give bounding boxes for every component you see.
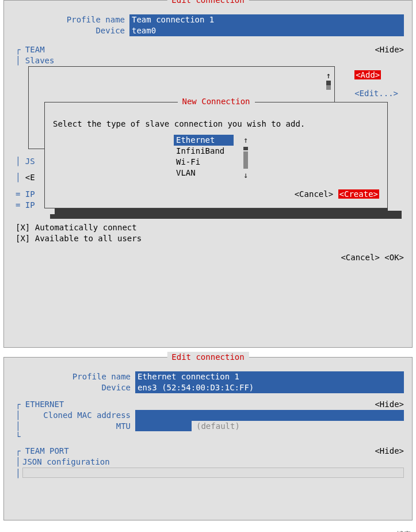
team-port-section-label: TEAM PORT: [25, 446, 69, 455]
window-title: Edit connection: [167, 0, 249, 6]
mtu-label: MTU: [22, 421, 135, 432]
profile-name-label: Profile name: [16, 371, 135, 382]
connection-type-list[interactable]: Ethernet InfiniBand Wi-Fi VLAN: [174, 135, 243, 181]
json-config-input[interactable]: [22, 468, 404, 478]
edit-truncated-label: <E: [25, 173, 35, 182]
device-input[interactable]: team0: [129, 25, 404, 36]
edit-button[interactable]: <Edit...>: [354, 89, 398, 98]
scroll-down-icon[interactable]: ↓: [243, 170, 248, 181]
cloned-mac-input[interactable]: [135, 410, 404, 421]
section-bracket-icon: ┌: [16, 45, 25, 54]
add-button[interactable]: <Add>: [354, 70, 381, 79]
scroll-thumb-icon[interactable]: [326, 81, 331, 85]
dialog-create-button[interactable]: <Create>: [338, 189, 379, 199]
scroll-thumb-icon[interactable]: [243, 147, 248, 150]
dialog-cancel-button[interactable]: <Cancel>: [295, 189, 333, 199]
scroll-up-icon[interactable]: ↑: [243, 135, 248, 146]
scroll-track-icon: [326, 85, 331, 90]
watermark: @51CTO博客: [0, 530, 416, 532]
cancel-button[interactable]: <Cancel>: [341, 253, 379, 262]
ethernet-section-label: ETHERNET: [25, 400, 64, 409]
ip-row-1: = IP: [16, 189, 35, 199]
new-connection-dialog: New Connection Select the type of slave …: [44, 102, 388, 215]
scroll-track-icon: [243, 151, 248, 169]
mtu-input[interactable]: [135, 421, 192, 432]
option-wifi[interactable]: Wi-Fi: [174, 157, 243, 168]
hide-button[interactable]: <Hide>: [375, 399, 404, 410]
option-vlan[interactable]: VLAN: [174, 168, 243, 178]
window-title: Edit connection: [167, 352, 249, 363]
profile-name-input[interactable]: Ethernet connection 1: [135, 371, 404, 382]
ok-button[interactable]: <OK>: [384, 253, 404, 262]
dialog-prompt: Select the type of slave connection you …: [53, 119, 379, 130]
mtu-hint: (default): [192, 421, 240, 432]
device-input[interactable]: ens3 (52:54:00:D3:1C:FF): [135, 382, 404, 393]
option-ethernet[interactable]: Ethernet: [174, 135, 234, 146]
all-users-checkbox[interactable]: [X] Available to all users: [16, 233, 404, 244]
profile-name-label: Profile name: [16, 14, 129, 25]
ip-row-2: = IP: [16, 200, 35, 210]
hide-button[interactable]: <Hide>: [375, 446, 404, 457]
dialog-title: New Connection: [177, 96, 254, 107]
auto-connect-checkbox[interactable]: [X] Automatically connect: [16, 222, 404, 233]
profile-name-input[interactable]: Team connection 1: [129, 14, 404, 25]
json-config-label: JSON configuration: [22, 457, 110, 468]
device-label: Device: [16, 382, 135, 393]
device-label: Device: [16, 25, 129, 36]
slaves-label: Slaves: [25, 56, 55, 65]
option-infiniband[interactable]: InfiniBand: [174, 146, 243, 157]
scroll-up-icon[interactable]: ↑: [326, 70, 331, 81]
json-config-label-truncated: JS: [25, 157, 35, 166]
hide-button[interactable]: <Hide>: [375, 44, 404, 55]
cloned-mac-label: Cloned MAC address: [22, 410, 135, 421]
team-section-label: TEAM: [25, 45, 45, 54]
